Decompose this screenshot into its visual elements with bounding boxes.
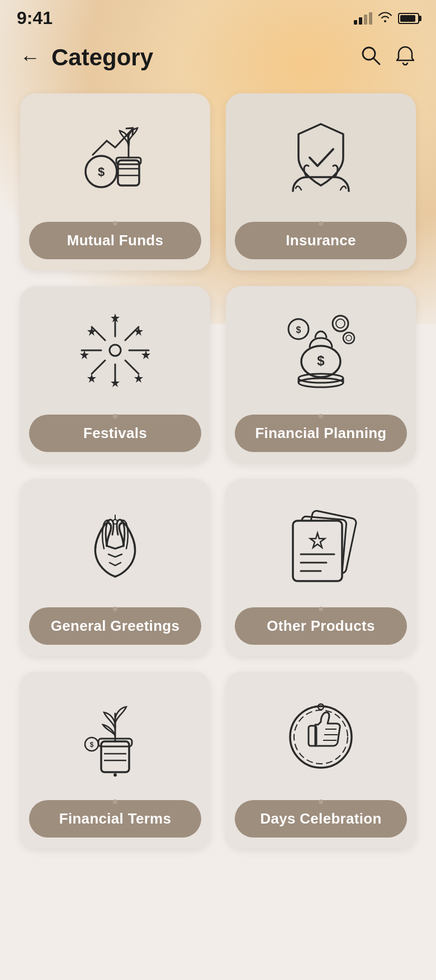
insurance-label: Insurance [286,232,356,249]
other-products-label: Other Products [267,617,375,634]
svg-marker-20 [87,327,96,336]
dot-indicator [113,607,117,611]
mutual-funds-label: Mutual Funds [67,232,164,249]
general-greetings-icon-area [20,479,210,607]
general-greetings-icon [70,498,160,588]
page-title: Category [51,44,153,71]
svg-point-33 [333,316,348,331]
svg-marker-21 [134,374,143,383]
svg-marker-22 [134,327,143,336]
dot-indicator [113,221,117,226]
financial-planning-label: Financial Planning [255,425,386,441]
other-products-icon [276,498,366,588]
financial-terms-icon: $ [70,691,160,781]
status-time: 9:41 [17,8,53,28]
financial-planning-icon-area: $ $ [226,286,416,415]
category-card-mutual-funds[interactable]: $ Mutual Funds [20,93,210,270]
category-card-financial-planning[interactable]: $ $ Financial Planning [226,286,416,463]
dot-indicator [319,221,323,226]
svg-point-51 [113,773,117,777]
mutual-funds-icon: $ [70,113,160,202]
festivals-label: Festivals [83,425,147,441]
back-button[interactable]: ← [20,47,40,68]
svg-point-35 [343,332,354,344]
insurance-icon-area [226,93,416,222]
days-celebration-label-wrap: Days Celebration [235,800,407,838]
search-icon[interactable] [360,45,381,71]
dot-indicator [113,800,117,804]
festivals-icon [70,306,160,395]
header: ← Category [0,33,436,88]
svg-text:$: $ [317,353,325,368]
insurance-label-wrap: Insurance [235,222,407,259]
svg-point-52 [290,706,352,768]
category-card-financial-terms[interactable]: $ Financial Terms [20,672,210,849]
svg-marker-23 [87,374,96,383]
financial-planning-label-wrap: Financial Planning [235,415,407,452]
category-card-insurance[interactable]: Insurance [226,93,416,270]
days-celebration-icon [276,691,366,781]
financial-planning-icon: $ $ [276,306,366,395]
svg-point-8 [110,345,121,356]
general-greetings-label: General Greetings [51,617,180,634]
festivals-label-wrap: Festivals [29,415,201,452]
other-products-label-wrap: Other Products [235,607,407,645]
svg-point-36 [346,335,352,341]
category-card-general-greetings[interactable]: General Greetings [20,479,210,656]
days-celebration-icon-area [226,672,416,800]
battery-icon [398,13,419,24]
svg-rect-40 [293,521,342,581]
wifi-icon [378,11,392,26]
svg-line-1 [373,58,380,64]
dot-indicator [319,800,323,804]
insurance-icon [276,113,366,202]
svg-text:$: $ [296,325,301,335]
financial-terms-label-wrap: Financial Terms [29,800,201,838]
dot-indicator [319,607,323,611]
category-grid: $ Mutual Funds [0,88,436,871]
svg-point-34 [336,319,345,328]
svg-marker-24 [111,378,120,387]
category-card-other-products[interactable]: Other Products [226,479,416,656]
general-greetings-label-wrap: General Greetings [29,607,201,645]
status-bar: 9:41 [0,0,436,33]
days-celebration-label: Days Celebration [260,810,381,827]
dot-indicator [113,414,117,418]
svg-line-16 [92,360,105,374]
financial-terms-icon-area: $ [20,672,210,800]
signal-icon [354,12,372,25]
mutual-funds-label-wrap: Mutual Funds [29,222,201,259]
status-icons [354,11,419,26]
svg-marker-18 [80,350,89,359]
mutual-funds-icon-area: $ [20,93,210,222]
svg-marker-19 [141,350,150,359]
svg-text:$: $ [90,741,94,749]
dot-indicator [319,414,323,418]
category-card-festivals[interactable]: Festivals [20,286,210,463]
category-card-days-celebration[interactable]: Days Celebration [226,672,416,849]
notification-icon[interactable] [395,45,416,71]
other-products-icon-area [226,479,416,607]
festivals-icon-area [20,286,210,415]
svg-text:$: $ [98,165,105,179]
svg-line-14 [125,360,139,374]
financial-terms-label: Financial Terms [59,810,172,827]
